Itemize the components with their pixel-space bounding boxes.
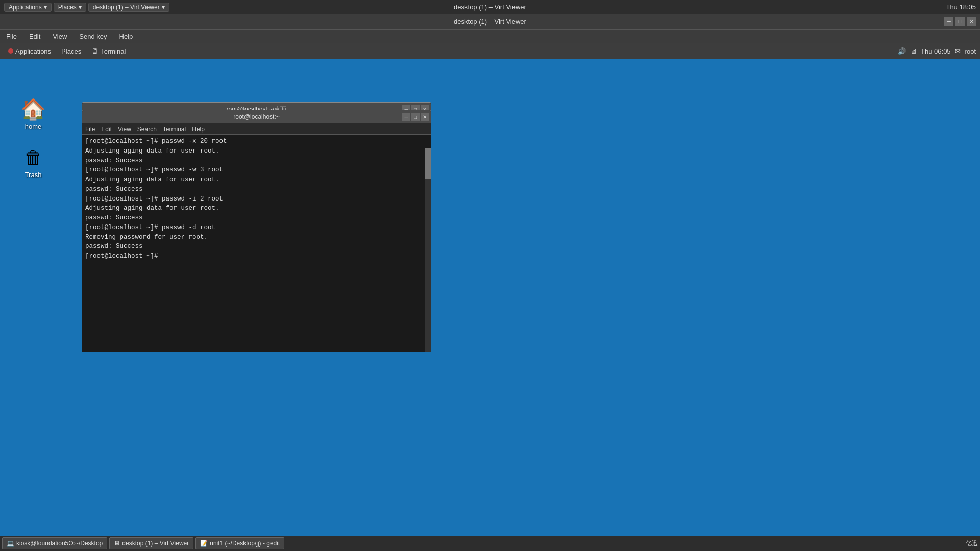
term-fg-menu-help[interactable]: Help [192, 126, 205, 133]
guest-panel: Applications Places 🖥 Terminal 🔊 🖥 Thu 0… [0, 43, 980, 59]
host-topbar-title: desktop (1) – Virt Viewer [454, 3, 526, 11]
term-fg-titlebar: root@localhost:~ ─ □ ✕ [82, 110, 431, 123]
vv-menu-edit[interactable]: Edit [27, 32, 42, 41]
host-applications-chevron: ▾ [44, 4, 47, 11]
home-icon-label: home [25, 122, 42, 130]
message-icon: ✉ [955, 47, 961, 55]
guest-panel-left: Applications Places 🖥 Terminal [4, 46, 130, 56]
terminal-icon: 🖥 [91, 47, 99, 55]
virt-icon: 🖥 [114, 540, 120, 547]
host-window-label: desktop (1) – Virt Viewer [93, 4, 160, 11]
host-task-kiosk[interactable]: 💻 kiosk@foundation5O:~/Desktop [2, 537, 107, 549]
term-fg-menu-edit[interactable]: Edit [101, 126, 112, 133]
host-places-button[interactable]: Places ▾ [54, 3, 86, 12]
term-fg-content-wrap: [root@localhost ~]# passwd -x 20 root Ad… [82, 135, 431, 352]
vv-titlebar: desktop (1) – Virt Viewer ─ □ ✕ [0, 14, 980, 29]
scrollbar-thumb[interactable] [425, 148, 431, 179]
host-applications-button[interactable]: Applications ▾ [4, 3, 52, 12]
host-taskbar-brand: 亿迅 [966, 539, 978, 548]
host-topbar-left: Applications ▾ Places ▾ desktop (1) – Vi… [4, 3, 169, 12]
term-fg-window: root@localhost:~ ─ □ ✕ File Edit View Se… [82, 110, 431, 352]
guest-terminal-button[interactable]: 🖥 Terminal [87, 46, 130, 56]
display-icon: 🖥 [910, 47, 917, 55]
virt-viewer-window: desktop (1) – Virt Viewer ─ □ ✕ File Edi… [0, 14, 980, 551]
term-fg-menu-search[interactable]: Search [137, 126, 157, 133]
vv-menu-help[interactable]: Help [117, 32, 135, 41]
host-taskbar: 💻 kiosk@foundation5O:~/Desktop 🖥 desktop… [0, 536, 980, 551]
term-fg-menubar: File Edit View Search Terminal Help [82, 123, 431, 135]
host-places-label: Places [58, 4, 77, 11]
guest-applications-label: Applications [15, 47, 51, 55]
host-task-virt[interactable]: 🖥 desktop (1) – Virt Viewer [109, 537, 193, 549]
guest-places-label: Places [61, 47, 81, 55]
host-task-gedit-label: unit1 (~/Desktop/jj) - gedit [210, 540, 280, 547]
guest-user: root [965, 47, 976, 55]
term-fg-content[interactable]: [root@localhost ~]# passwd -x 20 root Ad… [82, 135, 431, 352]
term-fg-menu-view[interactable]: View [118, 126, 131, 133]
kiosk-icon: 💻 [7, 540, 14, 547]
vv-minimize-button[interactable]: ─ [944, 17, 953, 26]
guest-terminal-label: Terminal [101, 47, 126, 55]
host-topbar-time: Thu 18:05 [946, 3, 976, 11]
guest-places-button[interactable]: Places [57, 46, 85, 56]
trash-desktop-icon[interactable]: 🗑 Trash [13, 145, 54, 179]
vv-title: desktop (1) – Virt Viewer [454, 18, 526, 26]
gnome-logo-icon [8, 48, 13, 54]
terminal-scrollbar[interactable] [425, 148, 431, 352]
vv-menu-view[interactable]: View [51, 32, 69, 41]
host-window-chevron: ▾ [162, 4, 165, 11]
vm-display: Applications Places 🖥 Terminal 🔊 🖥 Thu 0… [0, 43, 980, 551]
vv-menubar: File Edit View Send key Help [0, 29, 980, 43]
term-fg-menu-terminal[interactable]: Terminal [163, 126, 186, 133]
host-applications-label: Applications [9, 4, 42, 11]
guest-applications-button[interactable]: Applications [4, 46, 55, 56]
host-task-kiosk-label: kiosk@foundation5O:~/Desktop [16, 540, 103, 547]
vv-maximize-button[interactable]: □ [955, 17, 965, 26]
trash-icon: 🗑 [21, 145, 45, 170]
vv-titlebar-controls: ─ □ ✕ [944, 17, 976, 26]
trash-icon-label: Trash [25, 171, 42, 179]
host-topbar: Applications ▾ Places ▾ desktop (1) – Vi… [0, 0, 980, 14]
volume-icon: 🔊 [898, 47, 906, 55]
vv-menu-file[interactable]: File [4, 32, 19, 41]
host-places-chevron: ▾ [79, 4, 82, 11]
host-window-button[interactable]: desktop (1) – Virt Viewer ▾ [88, 3, 169, 12]
vv-menu-sendkey[interactable]: Send key [77, 32, 109, 41]
term-fg-minimize[interactable]: ─ [402, 113, 410, 121]
guest-panel-right: 🔊 🖥 Thu 06:05 ✉ root [898, 47, 976, 55]
home-folder-icon: 🏠 [21, 97, 45, 121]
term-fg-maximize[interactable]: □ [411, 113, 420, 121]
term-fg-controls: ─ □ ✕ [402, 113, 429, 121]
term-fg-close[interactable]: ✕ [421, 113, 429, 121]
term-fg-title: root@localhost:~ [233, 113, 280, 120]
home-desktop-icon[interactable]: 🏠 home [13, 97, 54, 130]
vv-close-button[interactable]: ✕ [967, 17, 976, 26]
host-task-gedit[interactable]: 📝 unit1 (~/Desktop/jj) - gedit [195, 537, 284, 549]
host-task-virt-label: desktop (1) – Virt Viewer [122, 540, 189, 547]
host-taskbar-right: 亿迅 [966, 539, 978, 548]
term-fg-menu-file[interactable]: File [85, 126, 95, 133]
gedit-icon: 📝 [200, 540, 208, 547]
guest-time: Thu 06:05 [921, 47, 951, 55]
